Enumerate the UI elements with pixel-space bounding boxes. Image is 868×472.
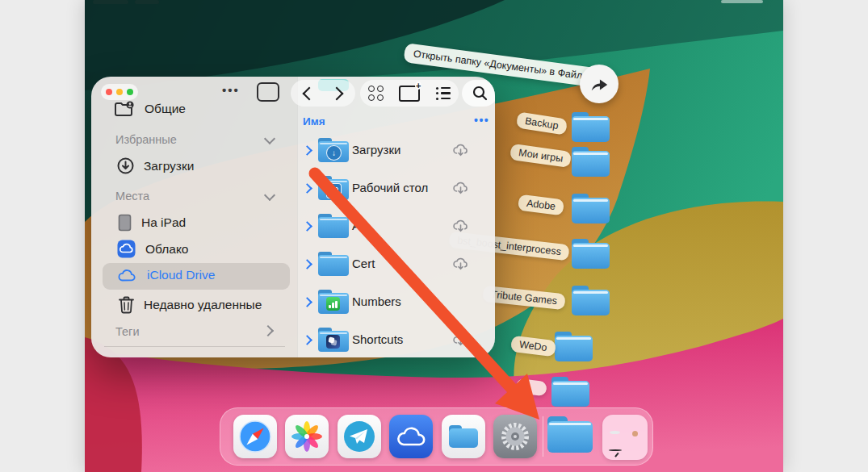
files-window: ••• Общие Избранные Загрузки Места — [91, 77, 495, 357]
gear-icon — [498, 420, 532, 453]
file-row-cert[interactable]: Cert 20 а — [297, 245, 495, 283]
status-bar-smudge — [93, 0, 128, 4]
sidebar-item-label: Недавно удаленные — [144, 298, 262, 312]
folder-icon — [318, 290, 349, 314]
dock-app-telegram[interactable] — [338, 415, 381, 458]
zoom-button[interactable] — [127, 89, 133, 95]
search-icon — [472, 86, 488, 101]
file-name: Au — [352, 219, 367, 232]
folder-icon — [318, 214, 349, 238]
grid-view-icon[interactable] — [368, 86, 384, 101]
list-view-icon[interactable] — [436, 87, 451, 100]
file-row-desktop[interactable]: Рабочий стол 13 и — [297, 169, 495, 207]
desktop-folder-adobe[interactable] — [572, 194, 610, 223]
cloud-download-icon[interactable] — [452, 257, 469, 270]
desktop-folder-bst[interactable] — [572, 239, 610, 269]
sort-by-name[interactable]: Имя — [303, 115, 325, 127]
folder-icon — [318, 252, 349, 276]
new-folder-icon[interactable]: + — [399, 86, 420, 102]
chevron-down-icon[interactable] — [264, 190, 275, 201]
chevron-right-icon[interactable] — [262, 325, 274, 336]
dock — [220, 407, 653, 466]
photos-icon — [290, 420, 324, 453]
desktop-badge-icon — [326, 183, 342, 198]
section-tags[interactable]: Теги — [115, 325, 140, 338]
expand-chevron-icon[interactable] — [302, 335, 312, 345]
section-places[interactable]: Места — [115, 190, 149, 203]
file-row-zagruzki[interactable]: ↓ Загрузки 13 и — [297, 132, 495, 169]
back-button[interactable] — [303, 86, 317, 100]
section-favorites[interactable]: Избранные — [115, 133, 177, 146]
status-bar-smudge — [135, 0, 159, 4]
sidebar-item-on-ipad[interactable]: На iPad — [118, 214, 186, 232]
expand-chevron-icon[interactable] — [302, 259, 312, 269]
sidebar-item-downloads[interactable]: Загрузки — [117, 157, 194, 174]
download-badge-icon: ↓ — [326, 145, 342, 161]
file-name: Cert — [352, 257, 375, 270]
desktop-folder-tribute[interactable] — [572, 286, 610, 315]
cloud-download-icon[interactable] — [452, 143, 469, 157]
search-button[interactable] — [462, 80, 495, 107]
sidebar-item-cloud-app[interactable]: Облако — [117, 240, 188, 258]
download-circle-icon — [117, 157, 134, 174]
sidebar-item-icloud-drive[interactable]: iCloud Drive — [117, 268, 215, 282]
file-name: Загрузки — [352, 143, 400, 157]
cloud-download-icon[interactable] — [452, 219, 469, 232]
status-icons-smudge — [721, 0, 763, 3]
folder-icon — [318, 328, 349, 352]
numbers-badge-icon — [326, 297, 340, 311]
file-name: Рабочий стол — [352, 181, 428, 194]
dock-recent-folder[interactable] — [547, 416, 593, 453]
window-layout-icon[interactable] — [257, 82, 279, 102]
close-button[interactable] — [106, 89, 112, 95]
file-row-au[interactable]: Au 16 с — [297, 207, 495, 245]
sidebar-item-label: iCloud Drive — [147, 268, 215, 282]
sidebar-item-label: Общие — [145, 102, 186, 116]
file-row-shortcuts[interactable]: Shortcuts — [297, 321, 495, 357]
desktop-folder-unlabeled[interactable] — [551, 377, 589, 407]
ipad-screen: Backup Мои игры Adobe bst_boost_interpro… — [85, 0, 783, 472]
file-row-numbers[interactable]: Numbers 11 и — [297, 283, 495, 321]
desktop-folder-backup[interactable] — [572, 112, 610, 142]
view-buttons: + — [360, 80, 459, 107]
list-more-button[interactable]: ••• — [474, 114, 489, 127]
ipad-icon — [118, 214, 132, 232]
expand-chevron-icon[interactable] — [302, 145, 312, 156]
sidebar-more-button[interactable]: ••• — [222, 83, 240, 97]
cloud-outline-icon — [396, 424, 426, 449]
desktop-folder-wedo[interactable] — [555, 332, 593, 361]
sidebar-item-label: Облако — [145, 242, 188, 257]
forward-button[interactable] — [330, 86, 344, 100]
cloud-download-icon[interactable] — [452, 181, 469, 194]
cloud-app-icon — [117, 240, 136, 258]
sidebar-item-label: На iPad — [141, 215, 186, 230]
telegram-icon — [342, 419, 377, 454]
nav-buttons — [291, 80, 355, 107]
sidebar-divider — [104, 346, 285, 347]
shortcut-share-button[interactable] — [580, 65, 619, 103]
expand-chevron-icon[interactable] — [302, 297, 312, 307]
dock-app-safari[interactable] — [233, 415, 277, 458]
dock-app-settings[interactable] — [493, 415, 537, 458]
dock-app-group[interactable] — [602, 415, 648, 460]
sidebar-item-shared[interactable]: Общие — [114, 101, 186, 117]
chevron-down-icon[interactable] — [264, 133, 275, 144]
safari-icon — [237, 419, 273, 454]
desktop-folder-moi-igry[interactable] — [572, 147, 610, 177]
folder-icon — [318, 176, 349, 200]
file-name: Numbers — [352, 294, 401, 308]
dock-app-photos[interactable] — [285, 415, 329, 458]
trash-icon — [119, 296, 134, 314]
dock-divider — [543, 416, 543, 457]
expand-chevron-icon[interactable] — [302, 183, 312, 194]
dock-app-cloud[interactable] — [389, 415, 433, 458]
minimize-button[interactable] — [116, 89, 123, 95]
cloud-download-icon[interactable] — [452, 332, 469, 346]
sidebar-item-label: Загрузки — [144, 159, 194, 173]
icloud-icon — [117, 268, 137, 282]
expand-chevron-icon[interactable] — [302, 221, 312, 232]
sidebar-item-recently-deleted[interactable]: Недавно удаленные — [119, 296, 262, 314]
dock-app-files[interactable] — [442, 415, 485, 458]
window-controls[interactable] — [101, 84, 138, 100]
file-name: Shortcuts — [352, 332, 403, 346]
